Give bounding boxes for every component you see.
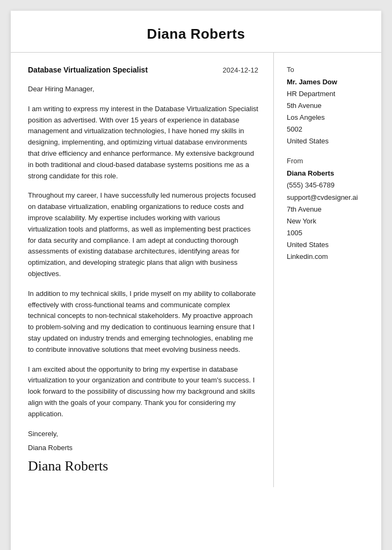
header: Diana Roberts xyxy=(11,11,381,53)
closing-text: Sincerely, xyxy=(28,429,258,440)
closing-name: Diana Roberts xyxy=(28,443,258,454)
from-name: Diana Roberts xyxy=(287,169,371,177)
to-detail-2: Los Angeles xyxy=(287,112,371,124)
letter-date: 2024-12-12 xyxy=(223,66,259,74)
right-column: To Mr. James Dow HR Department 5th Avenu… xyxy=(274,53,381,487)
job-title-row: Database Virtualization Specialist 2024-… xyxy=(28,66,258,74)
letter-body: Dear Hiring Manager, I am writing to exp… xyxy=(28,84,258,420)
to-detail-3: 5002 xyxy=(287,124,371,135)
from-detail-1: support@cvdesigner.ai xyxy=(287,192,371,204)
paragraph-2: Throughout my career, I have successfull… xyxy=(28,190,258,279)
from-detail-6: Linkedin.com xyxy=(287,251,371,263)
to-details: HR Department 5th Avenue Los Angeles 500… xyxy=(287,88,371,147)
cursive-signature: Diana Roberts xyxy=(28,458,258,474)
closing-block: Sincerely, Diana Roberts Diana Roberts xyxy=(28,429,258,475)
to-detail-0: HR Department xyxy=(287,88,371,100)
to-detail-1: 5th Avenue xyxy=(287,100,371,112)
job-title: Database Virtualization Specialist xyxy=(28,66,148,74)
from-label: From xyxy=(287,157,371,165)
to-name: Mr. James Dow xyxy=(287,78,371,86)
paragraph-4: I am excited about the opportunity to br… xyxy=(28,364,258,420)
paragraph-3: In addition to my technical skills, I pr… xyxy=(28,288,258,356)
page: Diana Roberts Database Virtualization Sp… xyxy=(11,11,381,550)
to-label: To xyxy=(287,66,371,74)
from-details: (555) 345-6789 support@cvdesigner.ai 7th… xyxy=(287,179,371,263)
from-detail-0: (555) 345-6789 xyxy=(287,179,371,191)
from-detail-4: 1005 xyxy=(287,227,371,239)
left-column: Database Virtualization Specialist 2024-… xyxy=(11,53,274,487)
from-detail-3: New York xyxy=(287,215,371,227)
content-area: Database Virtualization Specialist 2024-… xyxy=(11,53,381,487)
from-detail-5: United States xyxy=(287,239,371,251)
to-section: To Mr. James Dow HR Department 5th Avenu… xyxy=(287,66,371,147)
from-section: From Diana Roberts (555) 345-6789 suppor… xyxy=(287,157,371,263)
salutation: Dear Hiring Manager, xyxy=(28,84,258,95)
to-detail-4: United States xyxy=(287,135,371,147)
from-detail-2: 7th Avenue xyxy=(287,204,371,215)
paragraph-1: I am writing to express my interest in t… xyxy=(28,104,258,182)
applicant-name: Diana Roberts xyxy=(32,26,360,42)
